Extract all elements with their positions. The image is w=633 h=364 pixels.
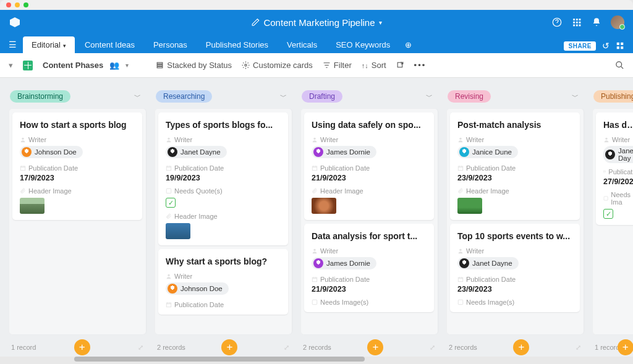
stack-icon (156, 61, 164, 69)
tab-seo-keywords[interactable]: SEO Keywords (327, 36, 399, 53)
app-logo-icon[interactable] (9, 16, 21, 28)
record-count: 2 records (157, 344, 185, 351)
add-record-button[interactable]: + (513, 339, 529, 355)
writer-field-label: Writer (603, 136, 633, 143)
column-pill[interactable]: Drafting (302, 90, 342, 103)
record-card[interactable]: Data analysis for sport t...WriterJames … (304, 224, 434, 312)
avatar-icon (605, 150, 615, 159)
tab-verticals[interactable]: Verticals (278, 36, 326, 53)
writer-chip[interactable]: Janet Dayne (457, 257, 519, 269)
needs-quotes-checkbox[interactable]: ✓ (166, 198, 176, 208)
record-card[interactable]: Post-match analysisWriterJanice DunePubl… (450, 112, 580, 220)
writer-chip[interactable]: Johnson Doe (20, 146, 83, 158)
svg-rect-5 (576, 22, 578, 23)
tab-personas[interactable]: Personas (145, 36, 196, 53)
writer-chip[interactable]: James Dornie (312, 257, 376, 269)
add-record-button[interactable]: + (221, 339, 237, 355)
pubdate-field-label: Publication Date (457, 164, 572, 172)
writer-chip[interactable]: Janet Day (603, 146, 633, 163)
kanban-board: Brainstorming﹀How to start a sports blog… (0, 78, 633, 357)
expand-column-icon[interactable]: ⤢ (138, 344, 143, 352)
column-menu-chevron-down-icon[interactable]: ﹀ (134, 92, 141, 101)
tab-editorial[interactable]: Editorial▾ (23, 36, 75, 53)
needs-images-checkbox[interactable]: ✓ (603, 209, 613, 219)
record-card[interactable]: How to start a sports blogWriterJohnson … (12, 112, 142, 220)
pubdate-field-label: Publication Date (166, 164, 281, 172)
tab-content-ideas[interactable]: Content Ideas (76, 36, 143, 53)
add-record-button[interactable]: + (74, 339, 90, 355)
svg-rect-33 (458, 166, 463, 171)
horizontal-scrollbar[interactable] (74, 357, 559, 362)
expand-column-icon[interactable]: ⤢ (430, 344, 435, 352)
writer-chip[interactable]: James Dornie (312, 146, 376, 158)
svg-rect-35 (458, 277, 463, 282)
collapse-sidebar-icon[interactable]: ▾ (9, 61, 13, 70)
column-menu-chevron-down-icon[interactable]: ﹀ (572, 92, 579, 101)
record-card[interactable]: Has data vWriterJanet DayPublicatio27/9/… (596, 112, 633, 225)
customize-cards-button[interactable]: Customize cards (242, 61, 313, 70)
expand-column-icon[interactable]: ⤢ (284, 344, 289, 352)
writer-field-label: Writer (166, 136, 281, 143)
chevron-down-icon[interactable]: ▾ (125, 62, 129, 69)
apps-icon[interactable] (616, 41, 624, 50)
header-image-label: Header Image (457, 187, 572, 195)
svg-rect-7 (573, 25, 575, 27)
menu-hamburger-icon[interactable]: ☰ (9, 40, 22, 53)
user-avatar[interactable] (611, 15, 624, 29)
image-thumbnail[interactable] (166, 223, 190, 239)
view-name[interactable]: Content Phases (43, 61, 103, 70)
history-icon[interactable]: ↺ (602, 41, 610, 51)
avatar-icon (313, 258, 323, 268)
collaborators-icon[interactable]: 👥 (109, 61, 119, 70)
sort-button[interactable]: ↑↓ Sort (362, 61, 386, 70)
share-view-button[interactable] (396, 61, 404, 69)
pubdate-value: 19/9/2023 (166, 174, 281, 182)
column-pill[interactable]: Publishing (593, 90, 633, 103)
column-publishing: Publishing﹀Has data vWriterJanet DayPubl… (592, 87, 633, 357)
column-pill[interactable]: Revising (448, 90, 491, 103)
image-thumbnail[interactable] (457, 198, 482, 214)
writer-chip[interactable]: Janet Dayne (166, 146, 227, 158)
column-menu-chevron-down-icon[interactable]: ﹀ (426, 92, 433, 101)
column-menu-chevron-down-icon[interactable]: ﹀ (280, 92, 287, 101)
writer-chip[interactable]: Janice Dune (457, 146, 518, 158)
svg-point-20 (22, 138, 23, 140)
svg-rect-12 (617, 46, 619, 49)
stacked-by-button[interactable]: Stacked by Status (156, 61, 232, 70)
tab-published-stories[interactable]: Published Stories (197, 36, 277, 53)
notifications-bell-icon[interactable] (591, 17, 602, 28)
share-button[interactable]: SHARE (564, 41, 596, 51)
svg-rect-2 (576, 19, 578, 20)
base-title[interactable]: Content Marketing Pipeline ▾ (251, 17, 381, 28)
add-record-button[interactable]: + (367, 339, 383, 355)
pubdate-field-label: Publication Date (166, 301, 281, 308)
svg-point-29 (313, 249, 315, 251)
window-minimize-button[interactable] (15, 2, 20, 7)
window-close-button[interactable] (6, 2, 11, 7)
column-pill[interactable]: Brainstorming (10, 90, 70, 103)
svg-rect-38 (604, 171, 606, 173)
record-card[interactable]: Types of sports blogs fo...WriterJanet D… (158, 112, 288, 245)
avatar-icon (459, 258, 469, 268)
expand-column-icon[interactable]: ⤢ (576, 344, 581, 352)
record-card[interactable]: Using data safely on spo...WriterJames D… (304, 112, 434, 220)
image-thumbnail[interactable] (20, 198, 45, 214)
writer-chip[interactable]: Johnson Doe (166, 282, 229, 295)
column-drafting: Drafting﹀Using data safely on spo...Writ… (300, 87, 438, 357)
window-titlebar (0, 0, 633, 10)
record-card[interactable]: Why start a sports blog?WriterJohnson Do… (158, 249, 288, 315)
column-brainstorming: Brainstorming﹀How to start a sports blog… (9, 87, 146, 357)
column-pill[interactable]: Researching (156, 90, 212, 103)
image-thumbnail[interactable] (312, 198, 336, 214)
apps-grid-icon[interactable] (571, 17, 582, 28)
record-card[interactable]: Top 10 sports events to w...WriterJanet … (450, 224, 580, 312)
filter-button[interactable]: Filter (323, 61, 352, 70)
add-tab-button[interactable]: ⊕ (400, 38, 417, 53)
add-record-button[interactable]: + (618, 339, 633, 355)
window-zoom-button[interactable] (23, 2, 28, 7)
help-icon[interactable] (551, 17, 563, 28)
search-icon[interactable] (615, 61, 624, 70)
svg-rect-4 (573, 22, 575, 23)
more-options-button[interactable]: ••• (414, 61, 427, 70)
card-title: Using data safely on spo... (312, 120, 427, 130)
